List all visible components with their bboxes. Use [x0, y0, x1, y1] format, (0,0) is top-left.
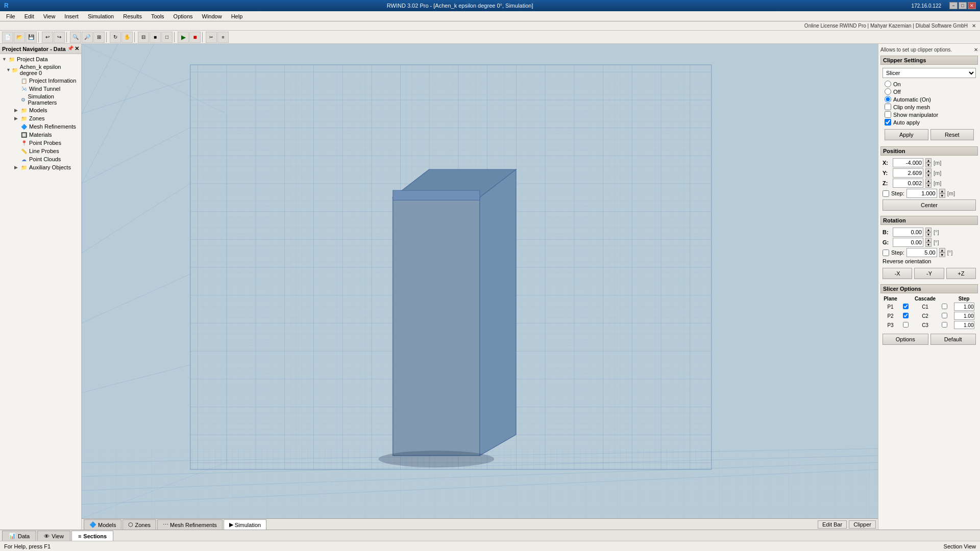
rot-step-input[interactable]	[906, 248, 937, 257]
tb-section[interactable]: ≡	[217, 32, 229, 43]
z-spin-up[interactable]: ▲	[925, 179, 932, 183]
tree-point-clouds[interactable]: ☁ Point Clouds	[0, 155, 81, 163]
step-checkbox[interactable]	[883, 190, 889, 197]
close-button[interactable]: ✕	[968, 2, 976, 9]
tb-save[interactable]: 💾	[26, 32, 37, 43]
tree-mesh-refinements[interactable]: 🔷 Mesh Refinements	[0, 122, 81, 131]
tb-rotate[interactable]: ↻	[110, 32, 121, 43]
menu-window[interactable]: Window	[198, 12, 226, 20]
c1-checkbox[interactable]	[942, 304, 947, 309]
p2-step-input[interactable]	[954, 312, 974, 320]
license-close-icon[interactable]: ✕	[972, 23, 976, 29]
reset-button[interactable]: Reset	[930, 129, 974, 140]
tree-auxiliary-objects[interactable]: ▶ 📁 Auxiliary Objects	[0, 163, 81, 171]
tb-play[interactable]: ▶	[178, 32, 189, 43]
step-input[interactable]	[906, 189, 937, 198]
tree-wind-tunnel[interactable]: 🌬 Wind Tunnel	[0, 85, 81, 93]
clipper-button[interactable]: Clipper	[849, 520, 876, 529]
vp-tab-zones[interactable]: ⬡ Zones	[122, 519, 156, 530]
p1-step-input[interactable]	[954, 303, 974, 311]
maximize-button[interactable]: □	[959, 2, 967, 9]
p3-step-input[interactable]	[954, 321, 974, 329]
p3-checkbox[interactable]	[903, 322, 909, 328]
plus-z-button[interactable]: +Z	[946, 268, 976, 279]
menu-edit[interactable]: Edit	[20, 12, 38, 20]
x-spin-up[interactable]: ▲	[925, 158, 932, 163]
clipper-close-icon[interactable]: ✕	[974, 47, 978, 53]
rot-step-checkbox[interactable]	[883, 249, 889, 256]
b-input[interactable]	[893, 228, 923, 237]
x-input[interactable]	[893, 158, 923, 167]
radio-auto[interactable]	[885, 96, 891, 103]
x-spin-down[interactable]: ▼	[925, 163, 932, 167]
vp-tab-mesh[interactable]: ⋯ Mesh Refinements	[157, 519, 223, 530]
z-input[interactable]	[893, 179, 923, 188]
tab-view[interactable]: 👁 View	[37, 531, 70, 541]
minus-y-button[interactable]: -Y	[914, 268, 944, 279]
step-spin-down[interactable]: ▼	[939, 193, 945, 198]
nav-pin-icon[interactable]: 📌	[67, 45, 74, 52]
radio-off[interactable]	[885, 88, 891, 95]
tb-solid[interactable]: ■	[150, 32, 161, 43]
viewport[interactable]: 🔷 Models ⬡ Zones ⋯ Mesh Refinements ▶ Si…	[82, 44, 878, 530]
tb-stop[interactable]: ■	[189, 32, 201, 43]
c2-checkbox[interactable]	[942, 313, 947, 318]
tree-line-probes[interactable]: 📏 Line Probes	[0, 147, 81, 155]
rot-step-spin-down[interactable]: ▼	[939, 253, 945, 257]
vp-tab-models[interactable]: 🔷 Models	[84, 519, 121, 530]
b-spin-down[interactable]: ▼	[925, 232, 932, 237]
tree-project-information[interactable]: 📋 Project Information	[0, 77, 81, 85]
tb-zoom-out[interactable]: 🔎	[82, 32, 93, 43]
menu-results[interactable]: Results	[119, 12, 146, 20]
tb-open[interactable]: 📂	[14, 32, 25, 43]
b-spin-up[interactable]: ▲	[925, 228, 932, 232]
minus-x-button[interactable]: -X	[883, 268, 912, 279]
tb-clip[interactable]: ✂	[206, 32, 217, 43]
tb-pan[interactable]: ✋	[121, 32, 133, 43]
nav-close-icon[interactable]: ✕	[75, 45, 79, 52]
tb-new[interactable]: 📄	[2, 32, 13, 43]
z-spin-down[interactable]: ▼	[925, 183, 932, 188]
menu-tools[interactable]: Tools	[147, 12, 168, 20]
tb-zoom-in[interactable]: 🔍	[70, 32, 81, 43]
p1-checkbox[interactable]	[903, 304, 909, 309]
edit-bar-button[interactable]: Edit Bar	[818, 520, 847, 529]
auto-apply-checkbox[interactable]	[885, 119, 891, 126]
tab-sections[interactable]: ≡ Sections	[71, 531, 113, 541]
p2-checkbox[interactable]	[903, 313, 909, 318]
slicer-options-button[interactable]: Options	[883, 334, 928, 345]
clipper-type-select[interactable]: Slicer Box Sphere	[883, 68, 976, 78]
y-spin-up[interactable]: ▲	[925, 168, 932, 173]
menu-file[interactable]: File	[2, 12, 19, 20]
tb-undo[interactable]: ↩	[42, 32, 53, 43]
menu-options[interactable]: Options	[169, 12, 197, 20]
slicer-default-button[interactable]: Default	[930, 334, 976, 345]
g-input[interactable]	[893, 238, 923, 247]
menu-insert[interactable]: Insert	[60, 12, 83, 20]
tree-zones[interactable]: ▶ 📁 Zones	[0, 114, 81, 122]
tree-achen[interactable]: ▼ 📁 Achen_k epsilon degree 0	[0, 63, 81, 77]
tree-models[interactable]: ▶ 📁 Models	[0, 106, 81, 114]
apply-button[interactable]: Apply	[885, 129, 928, 140]
g-spin-up[interactable]: ▲	[925, 238, 932, 242]
tree-simulation-parameters[interactable]: ⚙ Simulation Parameters	[0, 93, 81, 106]
y-spin-down[interactable]: ▼	[925, 173, 932, 178]
rot-step-spin-up[interactable]: ▲	[939, 248, 945, 253]
clip-only-mesh-checkbox[interactable]	[885, 104, 891, 110]
radio-on[interactable]	[885, 81, 891, 87]
menu-help[interactable]: Help	[227, 12, 247, 20]
tree-point-probes[interactable]: 📍 Point Probes	[0, 139, 81, 147]
c3-checkbox[interactable]	[942, 322, 947, 328]
tb-mesh[interactable]: ⊟	[138, 32, 149, 43]
menu-simulation[interactable]: Simulation	[84, 12, 118, 20]
tb-fit[interactable]: ⊞	[93, 32, 105, 43]
center-button[interactable]: Center	[883, 199, 976, 211]
y-input[interactable]	[893, 168, 923, 178]
tb-wire[interactable]: □	[161, 32, 173, 43]
tab-data[interactable]: 📊 Data	[2, 531, 36, 541]
tree-materials[interactable]: 🔲 Materials	[0, 131, 81, 139]
g-spin-down[interactable]: ▼	[925, 242, 932, 247]
tree-project-data[interactable]: ▼ 📁 Project Data	[0, 55, 81, 63]
tb-redo[interactable]: ↪	[54, 32, 65, 43]
vp-tab-simulation[interactable]: ▶ Simulation	[224, 519, 266, 530]
